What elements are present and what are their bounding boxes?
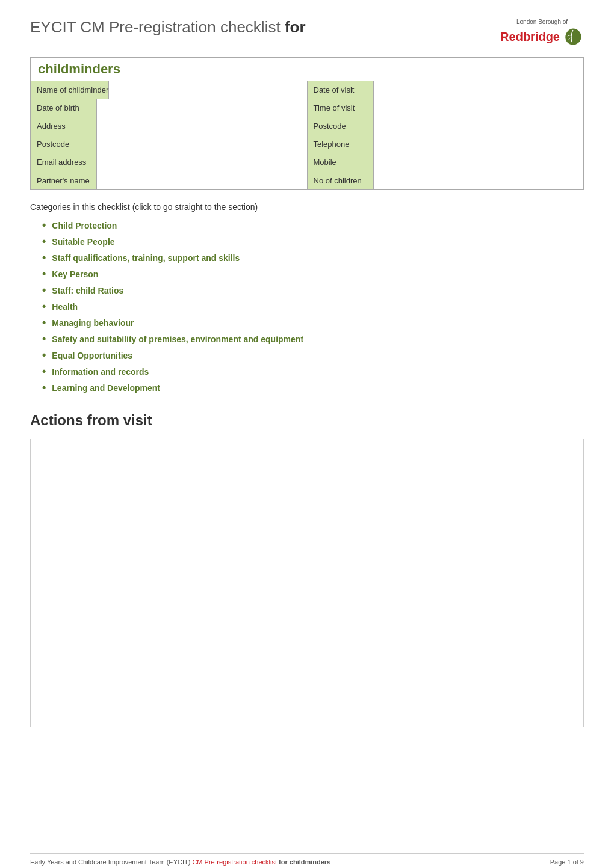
logo-brand-text: Redbridge [500,30,560,44]
logo-brand: Redbridge [500,26,584,48]
label-telephone: Telephone [308,135,374,153]
label-mobile: Mobile [308,153,374,171]
label-email: Email address [31,153,97,171]
footer-left-bold: for childminders [279,858,330,866]
form-row-no-children: No of children [308,171,584,189]
form-row-email: Email address [31,153,307,171]
form-title: childminders [31,58,583,81]
category-equal-opportunities[interactable]: Equal Opportunities [42,349,584,362]
categories-intro: Categories in this checklist (click to g… [30,202,584,212]
category-child-protection[interactable]: Child Protection [42,219,584,232]
category-suitable-people[interactable]: Suitable People [42,235,584,248]
registration-form: childminders Name of childminder Date of… [30,57,584,190]
title-regular: EYCIT CM Pre-registration checklist [30,18,285,36]
value-postcode[interactable] [97,135,307,153]
value-address[interactable] [97,117,307,135]
form-row-address: Address [31,117,307,135]
redbridge-leaf-icon [562,26,584,48]
form-row-postcode-r: Postcode [308,117,584,135]
category-key-person[interactable]: Key Person [42,268,584,280]
label-postcode: Postcode [31,135,97,153]
logo-area: London Borough of Redbridge [500,18,584,48]
form-row-partner: Partner's name [31,171,307,189]
form-row-postcode: Postcode [31,135,307,153]
categories-list: Child Protection Suitable People Staff q… [42,219,584,394]
category-learning-development[interactable]: Learning and Development [42,381,584,394]
category-safety-suitability[interactable]: Safety and suitability of premises, envi… [42,333,584,345]
category-managing-behaviour[interactable]: Managing behaviour [42,316,584,329]
form-row-telephone: Telephone [308,135,584,153]
footer-left: Early Years and Childcare Improvement Te… [30,858,330,866]
form-row-date-visit: Date of visit [308,81,584,99]
label-date-visit: Date of visit [308,81,374,99]
value-date-visit[interactable] [374,81,584,99]
value-partner[interactable] [97,171,307,189]
label-partner: Partner's name [31,171,97,189]
footer-left-colored: CM Pre-registration checklist [192,858,279,866]
label-postcode-r: Postcode [308,117,374,135]
title-bold: for [285,18,306,36]
logo-small-text: London Borough of [516,18,568,26]
footer-left-plain: Early Years and Childcare Improvement Te… [30,858,192,866]
value-postcode-r[interactable] [374,117,584,135]
form-row-dob: Date of birth [31,99,307,117]
footer: Early Years and Childcare Improvement Te… [30,853,584,868]
value-email[interactable] [97,153,307,171]
value-no-children[interactable] [374,171,584,189]
value-dob[interactable] [97,99,307,117]
label-no-children: No of children [308,171,374,189]
label-address: Address [31,117,97,135]
form-two-col: Name of childminder Date of birth Addres… [31,81,583,189]
form-row-name: Name of childminder [31,81,307,99]
value-telephone[interactable] [374,135,584,153]
footer-right: Page 1 of 9 [550,858,584,866]
category-staff-child-ratios[interactable]: Staff: child Ratios [42,284,584,297]
form-right-col: Date of visit Time of visit Postcode Tel… [307,81,584,189]
value-mobile[interactable] [374,153,584,171]
header-title: EYCIT CM Pre-registration checklist for [30,18,306,37]
actions-box[interactable] [30,439,584,727]
form-row-time-visit: Time of visit [308,99,584,117]
actions-heading: Actions from visit [30,412,584,429]
value-name[interactable] [109,81,307,99]
page-header: EYCIT CM Pre-registration checklist for … [30,18,584,48]
form-title-row: childminders [31,58,583,81]
value-time-visit[interactable] [374,99,584,117]
label-name: Name of childminder [31,81,109,99]
form-row-mobile: Mobile [308,153,584,171]
label-dob: Date of birth [31,99,97,117]
category-information-records[interactable]: Information and records [42,365,584,378]
category-health[interactable]: Health [42,300,584,313]
category-staff-qualifications[interactable]: Staff qualifications, training, support … [42,251,584,264]
label-time-visit: Time of visit [308,99,374,117]
form-left-col: Name of childminder Date of birth Addres… [31,81,307,189]
